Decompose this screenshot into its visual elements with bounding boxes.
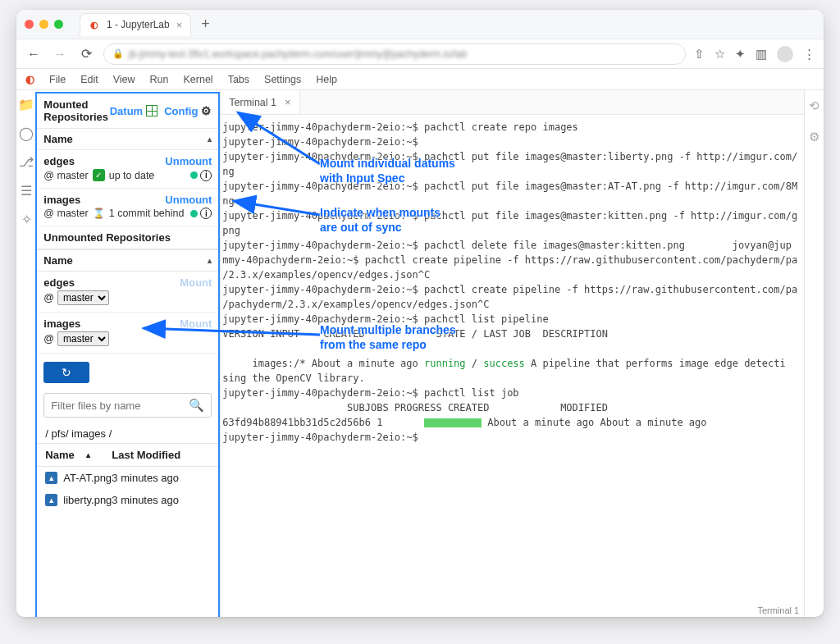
browser-tab-title: 1 - JupyterLab [107, 19, 170, 30]
file-row[interactable]: ▲liberty.png 3 minutes ago [37, 489, 218, 511]
image-file-icon: ▲ [45, 472, 57, 484]
branch-at: @ [43, 292, 54, 304]
filter-input[interactable] [51, 400, 189, 412]
panel-title: Mounted Repositories [43, 98, 109, 123]
breadcrumb[interactable]: / pfs/ images / [37, 424, 218, 443]
share-icon[interactable]: ⇧ [694, 47, 705, 62]
menu-view[interactable]: View [107, 71, 142, 88]
panel-header: Mounted Repositories Datum Config ⚙ [37, 94, 218, 128]
menu-file[interactable]: File [43, 71, 72, 88]
extensions-icon[interactable]: ✦ [735, 47, 746, 62]
star-icon[interactable]: ☆ [714, 47, 725, 62]
datum-link[interactable]: Datum [110, 105, 143, 117]
gear-icon[interactable]: ⚙ [201, 104, 212, 117]
branch-select[interactable]: master [57, 331, 109, 346]
file-name: liberty.png [63, 494, 112, 506]
datum-grid-icon[interactable] [146, 105, 158, 116]
check-icon: ✓ [93, 169, 105, 181]
debugger-icon[interactable]: ⚙ [809, 130, 819, 144]
filter-wrap: 🔍 [37, 390, 218, 424]
right-sidebar: ⟲ ⚙ [804, 90, 824, 617]
pachyderm-mount-panel: Mounted Repositories Datum Config ⚙ Name… [35, 92, 220, 617]
file-modified: 3 minutes ago [112, 494, 210, 506]
search-icon[interactable]: 🔍 [189, 398, 204, 413]
close-window-icon[interactable] [25, 20, 34, 29]
unmounted-name-header[interactable]: Name ▴ [37, 249, 218, 272]
property-inspector-icon[interactable]: ⟲ [809, 98, 819, 113]
mount-button[interactable]: Mount [180, 317, 212, 330]
new-tab-button[interactable]: + [196, 16, 215, 33]
refresh-bar: ↻ [37, 354, 218, 390]
unmounted-repo-edges: edges Mount @ master [37, 272, 218, 313]
filter-input-box[interactable]: 🔍 [43, 393, 212, 418]
repo-name: edges [43, 276, 75, 289]
config-link[interactable]: Config [164, 105, 198, 117]
menu-edit[interactable]: Edit [74, 71, 105, 88]
url-text: jb-jimmy-test-3ftv1.workspace.pachyderm.… [129, 48, 467, 60]
tab-label: Terminal 1 [229, 97, 276, 108]
panel-icon[interactable]: ▥ [756, 47, 767, 62]
info-icon[interactable]: i [200, 208, 212, 219]
browser-actions: ⇧ ☆ ✦ ▥ ⋮ [694, 46, 815, 62]
main-content: Terminal 1 × jupyter-jimmy-40pachyderm-2… [220, 90, 804, 617]
file-table-header: Name ▴ Last Modified [37, 443, 218, 467]
tab-terminal-1[interactable]: Terminal 1 × [221, 90, 299, 114]
unmounted-repo-images: images Mount @ master [37, 313, 218, 354]
terminal-output[interactable]: jupyter-jimmy-40pachyderm-2eio:~$ pachct… [221, 115, 804, 617]
minimize-window-icon[interactable] [39, 20, 48, 29]
status-footer: Terminal 1 [757, 605, 799, 615]
close-tab-icon[interactable]: × [176, 19, 183, 31]
folder-icon[interactable]: 📁 [18, 97, 34, 112]
address-bar[interactable]: 🔒 jb-jimmy-test-3ftv1.workspace.pachyder… [103, 43, 686, 65]
mounted-name-header[interactable]: Name ▴ [37, 128, 218, 150]
annotation-1: Mount individual datums with Input Spec [320, 156, 455, 185]
col-modified[interactable]: Last Modified [112, 449, 210, 461]
unmount-button[interactable]: Unmount [165, 155, 212, 167]
jupyter-menubar: ◐ File Edit View Run Kernel Tabs Setting… [16, 69, 824, 90]
menu-tabs[interactable]: Tabs [221, 71, 256, 88]
browser-tabstrip: ◐ 1 - JupyterLab × + [16, 10, 824, 39]
info-icon[interactable]: i [200, 170, 212, 181]
chevron-up-icon: ▴ [208, 256, 212, 265]
close-icon[interactable]: × [285, 96, 291, 108]
running-icon[interactable]: ◯ [19, 126, 34, 141]
unmounted-title: Unmounted Repositories [37, 226, 218, 249]
mount-button[interactable]: Mount [180, 276, 212, 289]
menu-kernel[interactable]: Kernel [177, 71, 220, 88]
jupyter-logo-icon: ◐ [21, 71, 38, 88]
file-name: AT-AT.png [63, 472, 112, 484]
repo-name: images [43, 317, 80, 330]
sort-asc-icon[interactable]: ▴ [86, 450, 90, 459]
repo-name: images [43, 194, 80, 206]
menu-settings[interactable]: Settings [258, 71, 308, 88]
file-row[interactable]: ▲AT-AT.png 3 minutes ago [37, 467, 218, 489]
refresh-button[interactable]: ↻ [43, 362, 89, 383]
jupyter-favicon-icon: ◐ [89, 19, 100, 30]
commands-icon[interactable]: ☰ [21, 183, 32, 199]
document-tabs: Terminal 1 × [221, 90, 804, 115]
forward-button[interactable]: → [51, 47, 69, 62]
git-icon[interactable]: ⎇ [19, 154, 34, 170]
extension-manager-icon[interactable]: ✧ [21, 212, 32, 227]
unmount-button[interactable]: Unmount [165, 194, 212, 206]
back-button[interactable]: ← [25, 47, 43, 62]
browser-toolbar: ← → ⟳ 🔒 jb-jimmy-test-3ftv1.workspace.pa… [16, 39, 824, 69]
repo-name: edges [43, 155, 75, 167]
branch-label: @ master [43, 208, 88, 219]
reload-button[interactable]: ⟳ [77, 46, 95, 62]
col-name[interactable]: Name [45, 449, 74, 461]
chevron-up-icon: ▴ [208, 135, 212, 144]
branch-at: @ [43, 333, 54, 345]
menu-run[interactable]: Run [144, 71, 176, 88]
file-modified: 3 minutes ago [112, 472, 210, 484]
browser-window: ◐ 1 - JupyterLab × + ← → ⟳ 🔒 jb-jimmy-te… [16, 10, 824, 617]
menu-help[interactable]: Help [309, 71, 344, 88]
branch-select[interactable]: master [57, 290, 109, 305]
hourglass-icon: ⌛ [93, 208, 105, 219]
annotation-3: Mount multiple branches from the same re… [320, 322, 456, 352]
maximize-window-icon[interactable] [54, 20, 63, 29]
profile-avatar[interactable] [777, 46, 793, 62]
browser-tab[interactable]: ◐ 1 - JupyterLab × [80, 13, 191, 36]
kebab-menu-icon[interactable]: ⋮ [803, 47, 815, 62]
branch-label: @ master [43, 170, 88, 181]
